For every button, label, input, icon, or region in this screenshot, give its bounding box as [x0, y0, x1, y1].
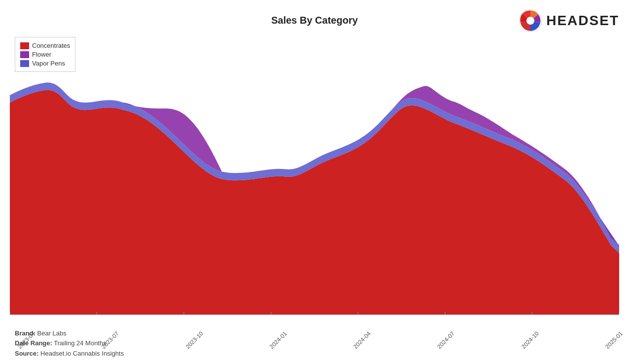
x-label-6: 2024-10 — [520, 330, 540, 350]
x-label-4: 2024-04 — [352, 330, 372, 350]
headset-logo-icon — [519, 9, 542, 33]
x-label-3: 2024-01 — [268, 330, 288, 350]
x-tick-4: 2024-04 — [346, 330, 367, 337]
source-label: Source: — [15, 350, 38, 357]
footer-info: Brand: Bear Labs Date Range: Trailing 24… — [15, 329, 124, 359]
logo-area: HEADSET — [519, 9, 619, 33]
date-range-label: Date Range: — [15, 339, 52, 347]
x-tick-6: 2024-10 — [514, 330, 535, 337]
flower-label: Flower — [32, 51, 51, 58]
x-tick-3: 2024-01 — [262, 330, 283, 337]
legend-item-flower: Flower — [20, 51, 70, 58]
vapor-pens-swatch — [20, 60, 29, 67]
date-range-value: Trailing 24 Months — [54, 339, 106, 347]
x-label-2: 2023-10 — [184, 330, 204, 350]
brand-label: Brand: — [15, 330, 35, 337]
logo-text: HEADSET — [546, 13, 619, 29]
brand-value: Bear Labs — [37, 330, 67, 337]
concentrates-label: Concentrates — [32, 42, 70, 49]
concentrates-area — [10, 90, 619, 315]
chart-area — [10, 33, 619, 315]
svg-point-1 — [526, 17, 534, 25]
footer-date-range: Date Range: Trailing 24 Months — [15, 338, 124, 349]
x-tick-7: 2025-01 — [597, 330, 619, 337]
vapor-pens-label: Vapor Pens — [32, 60, 65, 67]
concentrates-swatch — [20, 42, 29, 49]
chart-container: Sales By Category HEADSET Concentrates — [0, 0, 629, 364]
x-label-7: 2025-01 — [604, 330, 624, 350]
legend-item-vapor-pens: Vapor Pens — [20, 60, 70, 67]
chart-legend: Concentrates Flower Vapor Pens — [15, 37, 75, 72]
x-tick-2: 2023-10 — [178, 330, 200, 337]
source-value: Headset.io Cannabis Insights — [40, 350, 124, 357]
x-label-5: 2024-07 — [436, 330, 456, 350]
flower-swatch — [20, 51, 29, 58]
footer-source: Source: Headset.io Cannabis Insights — [15, 349, 124, 359]
footer-brand: Brand: Bear Labs — [15, 329, 124, 339]
chart-svg — [10, 33, 619, 315]
x-tick-5: 2024-07 — [429, 330, 451, 337]
legend-item-concentrates: Concentrates — [20, 42, 70, 49]
